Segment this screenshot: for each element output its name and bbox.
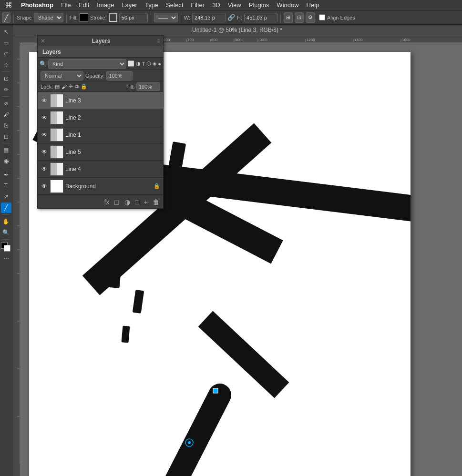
delete-layer-btn[interactable]: 🗑 (151, 198, 161, 206)
smartobj-filter-icon[interactable]: ◈ (153, 61, 156, 67)
opacity-input[interactable] (106, 71, 133, 81)
lock-all-icon[interactable]: 🔒 (81, 83, 87, 90)
clone-tool[interactable]: ⎘ (1, 120, 11, 131)
layer-visibility-eye[interactable]: 👁 (41, 183, 48, 190)
menu-type[interactable]: Type (141, 1, 162, 9)
menu-view[interactable]: View (224, 1, 245, 9)
shape-filter-icon[interactable]: ⬡ (146, 61, 151, 67)
apple-menu[interactable]: ⌘ (0, 0, 17, 10)
menu-help[interactable]: Help (303, 1, 323, 9)
align-edges-checkbox[interactable] (319, 14, 325, 20)
layer-visibility-eye[interactable]: 👁 (41, 97, 48, 104)
search-icon: 🔍 (40, 61, 47, 67)
background-color-swatch[interactable] (4, 245, 10, 252)
layers-collapse-btn[interactable]: ≡ (157, 38, 160, 44)
magic-wand-tool[interactable]: ⊹ (1, 60, 11, 70)
filter-toggle-icon[interactable]: ● (158, 61, 161, 67)
zoom-tool[interactable]: 🔍 (1, 227, 11, 238)
hand-tool[interactable]: ✋ (1, 216, 11, 227)
add-style-btn[interactable]: fx (102, 198, 111, 206)
layer-item[interactable]: 👁 Line 5 (38, 143, 163, 161)
layers-close-btn[interactable]: ✕ (41, 38, 45, 44)
lasso-tool[interactable]: ⊂ (1, 49, 11, 59)
layer-visibility-eye[interactable]: 👁 (41, 149, 48, 155)
blur-tool[interactable]: ◉ (1, 156, 11, 166)
layer-thumbnail (50, 94, 63, 107)
stroke-swatch[interactable] (109, 13, 117, 22)
move-tool[interactable]: ↖ (1, 27, 11, 37)
new-group-btn[interactable]: □ (133, 198, 141, 206)
width-input[interactable] (192, 13, 226, 22)
lock-artboard-icon[interactable]: ⧉ (75, 83, 79, 90)
path-select-tool[interactable]: ↗ (1, 192, 11, 202)
gradient-tool[interactable]: ▤ (1, 145, 11, 155)
arrange-btn[interactable]: ⊡ (295, 12, 304, 23)
lock-transparency-icon[interactable]: ▤ (55, 83, 60, 90)
pixel-filter-icon[interactable]: ⬜ (128, 61, 134, 67)
layer-name: Line 2 (65, 114, 81, 121)
line-tool-btn[interactable]: ╱ (2, 12, 10, 23)
tool-sep-6 (2, 239, 10, 240)
layer-item[interactable]: 👁 Background 🔒 (38, 178, 163, 195)
fill-input[interactable] (136, 82, 160, 91)
layer-thumbnail (50, 180, 63, 193)
line-style-select[interactable]: ——— (154, 13, 178, 22)
filter-kind-select[interactable]: Kind (48, 59, 126, 69)
layer-visibility-eye[interactable]: 👁 (41, 114, 48, 121)
blend-mode-select[interactable]: Normal (41, 71, 83, 81)
menu-3d[interactable]: 3D (208, 1, 224, 9)
adjustment-filter-icon[interactable]: ◑ (136, 61, 141, 67)
marquee-tool[interactable]: ▭ (1, 38, 11, 48)
heal-tool[interactable]: ⌀ (1, 98, 11, 109)
crop-tool[interactable]: ⊡ (1, 73, 11, 84)
extra-tools[interactable]: ⋯ (1, 253, 11, 263)
eraser-tool[interactable]: ◻ (1, 131, 11, 142)
text-tool[interactable]: T (1, 181, 11, 191)
text-filter-icon[interactable]: T (142, 61, 145, 67)
layer-thumbnail (50, 162, 63, 176)
layers-tab-label: Layers (42, 49, 61, 55)
layer-item[interactable]: 👁 Line 3 (38, 92, 163, 109)
layer-visibility-eye[interactable]: 👁 (41, 132, 48, 138)
menu-plugins[interactable]: Plugins (245, 1, 273, 9)
brush-tool[interactable]: 🖌 (1, 109, 11, 120)
layer-thumbnail (50, 128, 63, 142)
layers-panel-title: Layers (92, 38, 111, 44)
document-title: Untitled-1 @ 50% (Line 3, RGB/8) * (192, 27, 282, 33)
menu-filter[interactable]: Filter (187, 1, 208, 9)
layers-tab[interactable]: Layers (38, 46, 163, 58)
toolbar-sep-3 (151, 13, 151, 22)
align-btn[interactable]: ⊞ (284, 12, 293, 23)
settings-btn[interactable]: ⚙ (306, 12, 315, 23)
new-layer-btn[interactable]: + (142, 198, 150, 206)
menu-window[interactable]: Window (273, 1, 302, 9)
menu-file[interactable]: File (57, 1, 75, 9)
link-icon[interactable]: 🔗 (227, 14, 235, 21)
shape-select[interactable]: Shape (34, 13, 63, 22)
layer-item[interactable]: 👁 Line 4 (38, 161, 163, 178)
menu-image[interactable]: Image (93, 1, 118, 9)
layer-item[interactable]: 👁 Line 2 (38, 109, 163, 126)
layer-item[interactable]: 👁 Line 1 (38, 126, 163, 143)
shape-tool[interactable]: ╱ (1, 203, 11, 213)
opacity-label: Opacity: (85, 73, 104, 79)
svg-line-53 (205, 319, 282, 390)
eyedropper-tool[interactable]: ✏ (1, 84, 11, 95)
height-input[interactable] (244, 13, 277, 22)
lock-position-icon[interactable]: ✛ (69, 83, 73, 90)
stroke-width-input[interactable] (119, 13, 148, 22)
menu-layer[interactable]: Layer (118, 1, 141, 9)
tool-sep-4 (2, 168, 10, 168)
fill-swatch[interactable] (80, 13, 88, 22)
svg-text:900: 900 (235, 38, 242, 42)
menu-edit[interactable]: Edit (75, 1, 93, 9)
tool-sep-1 (2, 71, 10, 72)
app-name[interactable]: Photoshop (17, 1, 57, 9)
lock-pixels-icon[interactable]: 🖌 (62, 84, 67, 90)
add-mask-btn[interactable]: ◻ (112, 198, 122, 206)
add-adjustment-btn[interactable]: ◑ (123, 198, 132, 206)
pen-tool[interactable]: ✒ (1, 170, 11, 180)
layer-visibility-eye[interactable]: 👁 (41, 166, 48, 172)
lock-label: Lock: (41, 84, 53, 90)
menu-select[interactable]: Select (162, 1, 187, 9)
